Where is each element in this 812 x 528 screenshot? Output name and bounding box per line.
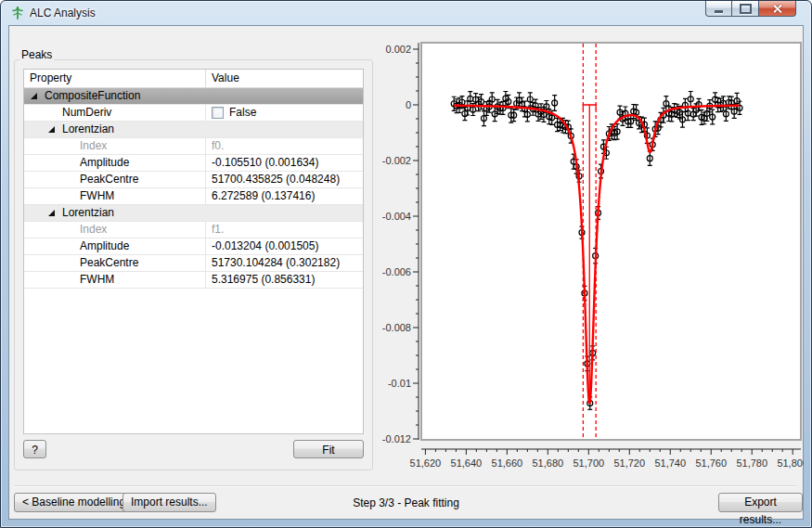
property-value: 51730.104284 (0.302182)	[205, 255, 363, 271]
property-value: -0.013204 (0.001505)	[205, 238, 363, 254]
window-title: ALC Analysis	[30, 6, 96, 19]
property-row-compositefunction[interactable]: CompositeFunction	[24, 88, 363, 105]
property-value: 51700.435825 (0.048248)	[205, 172, 363, 187]
property-name: NumDeriv	[62, 105, 111, 121]
value-text: 6.272589 (0.137416)	[212, 188, 315, 204]
property-row-index[interactable]: Indexf0.	[24, 138, 363, 155]
property-value: False	[205, 105, 363, 121]
property-name: Index	[80, 222, 107, 238]
plot-svg[interactable]: 51,62051,64051,66051,68051,70051,72051,7…	[381, 38, 804, 479]
property-row-amplitude[interactable]: Amplitude-0.013204 (0.001505)	[24, 238, 363, 255]
property-value: 6.272589 (0.137416)	[205, 188, 363, 204]
property-row-amplitude[interactable]: Amplitude-0.105510 (0.001634)	[24, 155, 363, 172]
property-name: Index	[80, 138, 107, 154]
svg-text:51,620: 51,620	[410, 457, 442, 469]
value-text: 5.316975 (0.856331)	[212, 272, 315, 288]
svg-text:51,740: 51,740	[654, 457, 686, 469]
property-table-rows: CompositeFunctionNumDerivFalseLorentzian…	[24, 88, 363, 289]
maximize-button[interactable]	[732, 1, 758, 17]
numderiv-checkbox[interactable]	[212, 107, 224, 119]
svg-text:-0.004: -0.004	[382, 211, 411, 222]
peak-fitting-plot[interactable]: 51,62051,64051,66051,68051,70051,72051,7…	[381, 38, 804, 479]
property-value: -0.105510 (0.001634)	[205, 155, 363, 171]
svg-text:51,800: 51,800	[777, 457, 804, 469]
svg-text:-0.002: -0.002	[382, 155, 411, 166]
expander-icon[interactable]	[48, 210, 55, 216]
svg-text:-0.01: -0.01	[388, 378, 411, 389]
close-button[interactable]	[758, 1, 796, 17]
svg-text:51,720: 51,720	[613, 457, 645, 469]
dialog-body: Peaks Property Value CompositeFunctionNu…	[8, 25, 804, 520]
property-table-header: Property Value	[24, 70, 363, 88]
minimize-icon	[715, 10, 723, 13]
expander-icon[interactable]	[48, 126, 55, 133]
property-name: FWHM	[80, 188, 114, 204]
svg-text:0: 0	[406, 99, 411, 110]
property-name: CompositeFunction	[45, 88, 140, 104]
property-row-lorentzian[interactable]: Lorentzian	[24, 205, 363, 222]
minimize-button[interactable]	[705, 1, 732, 17]
svg-text:51,660: 51,660	[492, 457, 523, 469]
property-name: Lorentzian	[62, 205, 114, 221]
property-row-lorentzian[interactable]: Lorentzian	[24, 122, 363, 138]
svg-text:51,700: 51,700	[573, 457, 604, 469]
svg-text:51,680: 51,680	[533, 457, 564, 469]
mantid-logo-icon	[10, 6, 25, 20]
property-name: PeakCentre	[80, 255, 138, 271]
svg-text:0.002: 0.002	[385, 44, 411, 55]
expander-icon[interactable]	[31, 93, 37, 99]
property-row-numderiv[interactable]: NumDerivFalse	[24, 105, 363, 122]
property-row-peakcentre[interactable]: PeakCentre51730.104284 (0.302182)	[24, 255, 363, 272]
export-results-button[interactable]: Export results...	[718, 493, 803, 512]
value-text: -0.105510 (0.001634)	[212, 155, 318, 171]
maximize-icon	[740, 4, 752, 14]
property-value: 5.316975 (0.856331)	[205, 272, 363, 288]
fit-button[interactable]: Fit	[293, 440, 364, 458]
svg-text:51,780: 51,780	[736, 457, 767, 469]
step-label: Step 3/3 - Peak fitting	[9, 496, 803, 509]
property-row-fwhm[interactable]: FWHM6.272589 (0.137416)	[24, 188, 363, 205]
peaks-group-label: Peaks	[19, 48, 54, 61]
property-row-peakcentre[interactable]: PeakCentre51700.435825 (0.048248)	[24, 172, 363, 188]
window-controls	[705, 1, 796, 17]
column-header-property: Property	[24, 70, 205, 87]
alc-analysis-window: ALC Analysis Peaks Property Value Compos…	[0, 0, 812, 528]
value-text: f1.	[212, 222, 224, 238]
value-text: f0.	[212, 138, 224, 154]
column-header-value: Value	[205, 70, 363, 87]
close-icon	[772, 4, 782, 14]
svg-text:-0.008: -0.008	[382, 322, 411, 333]
svg-text:-0.012: -0.012	[382, 433, 411, 444]
property-row-fwhm[interactable]: FWHM5.316975 (0.856331)	[24, 272, 363, 289]
value-text: -0.013204 (0.001505)	[212, 238, 318, 254]
property-value: f0.	[205, 138, 363, 154]
svg-text:-0.006: -0.006	[382, 266, 411, 277]
svg-text:51,640: 51,640	[451, 457, 483, 469]
property-name: PeakCentre	[80, 172, 138, 187]
value-text: 51700.435825 (0.048248)	[212, 172, 340, 187]
property-name: Lorentzian	[62, 122, 114, 137]
footer-separator	[14, 485, 796, 487]
value-text: False	[229, 105, 256, 121]
value-text: 51730.104284 (0.302182)	[212, 255, 340, 271]
property-name: Amplitude	[80, 155, 129, 171]
property-name: FWHM	[80, 272, 114, 288]
property-row-index[interactable]: Indexf1.	[24, 222, 363, 238]
title-bar[interactable]: ALC Analysis	[1, 1, 811, 25]
property-value: f1.	[205, 222, 363, 238]
property-name: Amplitude	[80, 238, 129, 254]
svg-text:51,760: 51,760	[695, 457, 727, 469]
property-table[interactable]: Property Value CompositeFunctionNumDeriv…	[23, 69, 364, 434]
help-button[interactable]: ?	[23, 440, 46, 458]
